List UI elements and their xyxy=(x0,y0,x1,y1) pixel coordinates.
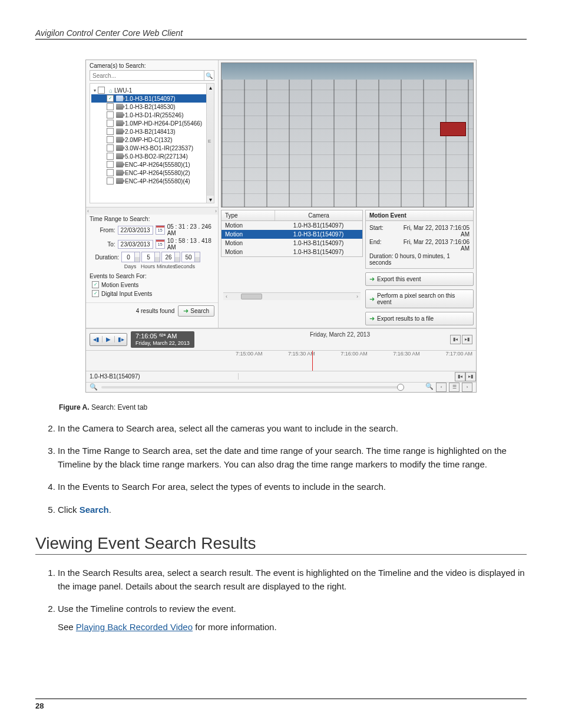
camera-label: 5.0-H3-BO2-IR(227134) xyxy=(125,153,188,160)
tick-label: 7:16:30 AM xyxy=(393,351,420,359)
step-back-icon[interactable]: ◂▮ xyxy=(90,336,103,342)
camera-icon xyxy=(116,145,123,151)
duration-seconds-stepper[interactable]: 50 xyxy=(181,252,200,262)
scroll-left-icon[interactable]: ‹ xyxy=(436,383,447,392)
timeline-prev-icon[interactable]: ▮◂ xyxy=(455,372,465,381)
arrow-right-icon: ➜ xyxy=(183,307,189,315)
camera-checkbox[interactable] xyxy=(107,177,114,185)
table-row[interactable]: Motion 1.0-H3-B1(154097) xyxy=(222,230,362,239)
tick-label: 7:15:30 AM xyxy=(288,351,315,359)
checkbox-icon[interactable] xyxy=(92,281,99,288)
tick-label: 7:16:00 AM xyxy=(340,351,368,359)
scroll-right-icon[interactable]: › xyxy=(462,383,472,392)
camera-label: 1.0MP-HD-H264-DP1(55466) xyxy=(125,120,202,127)
camera-search-input[interactable] xyxy=(90,70,204,81)
camera-checkbox[interactable] xyxy=(107,128,114,135)
camera-row[interactable]: ENC-4P-H264(55580)(1) xyxy=(91,160,213,169)
event-detail-body: Start:Fri, Mar 22, 2013 7:16:05 AM End:F… xyxy=(365,220,474,269)
horizontal-scrollbar[interactable]: ‹› xyxy=(86,207,218,215)
camera-checkbox[interactable] xyxy=(107,120,114,127)
camera-row[interactable]: 1.0-H3-D1-IR(255246) xyxy=(91,111,213,119)
duration-hours-stepper[interactable]: 5 xyxy=(141,252,160,262)
camera-tree[interactable]: ▴▾ ▾ ⌂ LWU-1 1.0-H3-B1(154097) xyxy=(90,83,214,203)
table-row[interactable]: Motion 1.0-H3-B1(154097) xyxy=(222,248,362,256)
checkbox-icon[interactable] xyxy=(92,290,99,297)
col-type[interactable]: Type xyxy=(222,210,275,220)
camera-checkbox[interactable] xyxy=(107,169,114,176)
site-row[interactable]: ▾ ⌂ LWU-1 xyxy=(91,86,213,94)
results-horizontal-scrollbar[interactable] xyxy=(223,292,361,300)
screenshot-figure: Camera(s) to Search: 🔍 ▴▾ ▾ ⌂ LWU-1 xyxy=(85,60,477,393)
page-number: 28 xyxy=(35,701,44,710)
to-row: To: 23/03/2013 15 10 : 58 : 13 . 418 AM xyxy=(90,238,214,251)
timeline-next-icon[interactable]: ▸▮ xyxy=(462,335,472,344)
cameras-to-search-label: Camera(s) to Search: xyxy=(86,60,218,70)
playing-back-recorded-video-link[interactable]: Playing Back Recorded Video xyxy=(76,622,193,632)
search-button[interactable]: ➜ Search xyxy=(178,305,214,317)
camera-checkbox[interactable] xyxy=(107,95,114,102)
camera-row[interactable]: 1.0-H3-B2(148530) xyxy=(91,103,213,111)
list-icon[interactable]: ☰ xyxy=(449,383,459,392)
digital-input-events-checkbox-row[interactable]: Digital Input Events xyxy=(92,290,214,297)
playback-controls[interactable]: ◂▮ ▶ ▮▸ xyxy=(90,333,127,346)
camera-label: ENC-4P-H264(55580)(2) xyxy=(125,170,190,176)
section-heading: Viewing Event Search Results xyxy=(35,534,527,555)
video-preview[interactable] xyxy=(221,62,474,207)
zoom-out-icon[interactable]: 🔍 xyxy=(90,383,98,391)
zoom-in-icon[interactable]: 🔍 xyxy=(425,383,434,392)
arrow-right-icon: ➜ xyxy=(369,315,375,322)
duration-minutes-stepper[interactable]: 26 xyxy=(161,252,180,262)
table-row[interactable]: Motion 1.0-H3-B1(154097) xyxy=(222,239,362,248)
to-time-input[interactable]: 10 : 58 : 13 . 418 AM xyxy=(167,238,214,251)
camera-checkbox[interactable] xyxy=(107,111,114,118)
camera-row[interactable]: 3.0W-H3-BO1-IR(223537) xyxy=(91,144,213,152)
from-date-input[interactable]: 22/03/2013 xyxy=(118,226,153,235)
camera-row[interactable]: 1.0-H3-B1(154097) xyxy=(91,94,213,103)
calendar-icon[interactable]: 15 xyxy=(156,225,165,235)
site-checkbox[interactable] xyxy=(98,87,105,94)
step-forward-icon[interactable]: ▮▸ xyxy=(115,336,127,342)
timeline[interactable]: 7:15:00 AM 7:15:30 AM 7:16:00 AM 7:16:30… xyxy=(86,350,476,371)
camera-checkbox[interactable] xyxy=(107,161,114,168)
event-duration: Duration: 0 hours, 0 minutes, 1 seconds xyxy=(369,253,470,266)
vertical-scrollbar[interactable]: ▴▾ xyxy=(206,84,214,203)
lower-step-1: In the Search Results area, select a sea… xyxy=(58,566,527,593)
camera-row[interactable]: ENC-4P-H264(55580)(2) xyxy=(91,169,213,177)
camera-row[interactable]: ENC-4P-H264(55580)(4) xyxy=(91,177,213,185)
search-icon[interactable]: 🔍 xyxy=(204,70,214,81)
export-results-file-button[interactable]: ➜ Export results to a file xyxy=(365,312,474,325)
playhead-indicator[interactable] xyxy=(312,351,313,371)
lower-step-2: Use the Timeline controls to review the … xyxy=(58,602,527,634)
tick-label: 7:15:00 AM xyxy=(236,351,263,359)
camera-row[interactable]: 2.0MP-HD-C(132) xyxy=(91,136,213,144)
camera-checkbox[interactable] xyxy=(107,144,114,151)
camera-icon xyxy=(116,95,123,101)
camera-row[interactable]: 1.0MP-HD-H264-DP1(55466) xyxy=(91,119,213,127)
table-row[interactable]: Motion 1.0-H3-B1(154097) xyxy=(222,221,362,230)
timeline-prev-icon[interactable]: ▮◂ xyxy=(450,335,461,344)
play-icon[interactable]: ▶ xyxy=(103,336,115,342)
search-term: Search xyxy=(80,505,109,515)
camera-checkbox[interactable] xyxy=(107,103,114,110)
duration-row: Duration: 0 5 26 50 xyxy=(90,252,214,262)
motion-events-checkbox-row[interactable]: Motion Events xyxy=(92,281,214,288)
camera-icon xyxy=(116,137,123,143)
from-label: From: xyxy=(90,227,115,233)
to-label: To: xyxy=(90,241,115,248)
step-5-suffix: . xyxy=(109,505,111,515)
digital-input-events-label: Digital Input Events xyxy=(101,291,152,297)
arrow-right-icon: ➜ xyxy=(369,295,375,303)
camera-row[interactable]: 2.0-H3-B2(148413) xyxy=(91,127,213,136)
camera-checkbox[interactable] xyxy=(107,136,114,143)
timeline-next-icon[interactable]: ▸▮ xyxy=(465,372,476,381)
duration-days-stepper[interactable]: 0 xyxy=(121,252,140,262)
camera-checkbox[interactable] xyxy=(107,153,114,160)
camera-row[interactable]: 5.0-H3-BO2-IR(227134) xyxy=(91,152,213,160)
zoom-slider[interactable] xyxy=(101,386,402,388)
calendar-icon[interactable]: 15 xyxy=(156,239,165,249)
pixel-search-button[interactable]: ➜ Perform a pixel search on this event xyxy=(365,289,474,308)
export-this-event-button[interactable]: ➜ Export this event xyxy=(365,272,474,286)
to-date-input[interactable]: 23/03/2013 xyxy=(118,240,153,249)
from-time-input[interactable]: 05 : 31 : 23 . 246 AM xyxy=(167,223,214,236)
col-camera[interactable]: Camera xyxy=(275,210,362,220)
